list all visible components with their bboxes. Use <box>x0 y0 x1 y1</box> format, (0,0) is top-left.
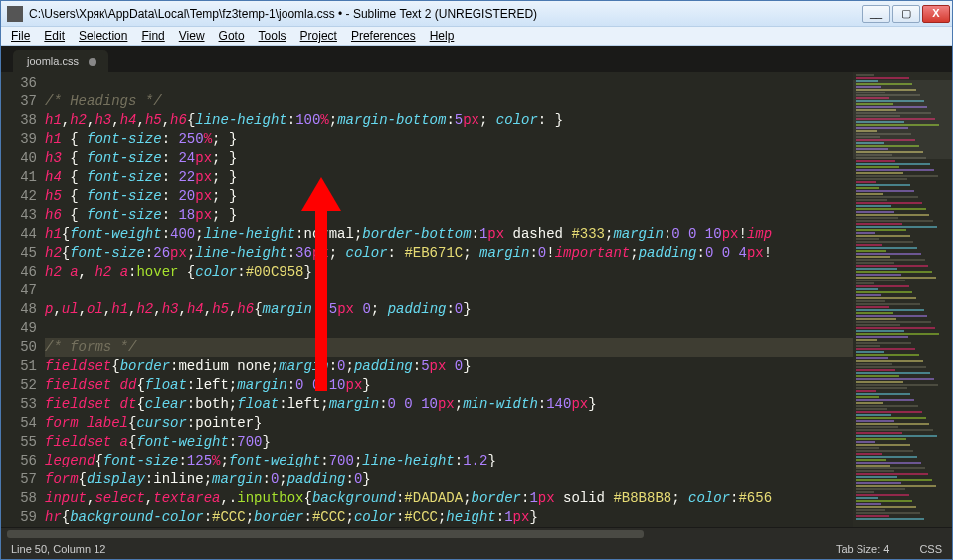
minimap[interactable] <box>853 72 952 527</box>
menu-goto[interactable]: Goto <box>213 27 251 45</box>
tab-dirty-icon <box>89 58 96 66</box>
menu-edit[interactable]: Edit <box>38 27 71 45</box>
close-button[interactable]: X <box>922 5 950 23</box>
maximize-button[interactable]: ▢ <box>892 5 920 23</box>
status-position[interactable]: Line 50, Column 12 <box>11 543 105 555</box>
menu-project[interactable]: Project <box>294 27 343 45</box>
menu-find[interactable]: Find <box>135 27 170 45</box>
menu-selection[interactable]: Selection <box>73 27 133 45</box>
editor-area: joomla.css 36373839404142434445464748495… <box>1 46 952 559</box>
tabstrip: joomla.css <box>1 46 952 72</box>
minimize-button[interactable]: __ <box>862 5 890 23</box>
menu-view[interactable]: View <box>173 27 211 45</box>
statusbar: Line 50, Column 12 Tab Size: 4 CSS <box>1 539 952 559</box>
app-icon <box>7 6 23 22</box>
menu-preferences[interactable]: Preferences <box>345 27 422 45</box>
window-title: C:\Users\Хряк\AppData\Local\Temp\fz3temp… <box>29 7 862 21</box>
titlebar[interactable]: C:\Users\Хряк\AppData\Local\Temp\fz3temp… <box>1 1 952 27</box>
gutter: 3637383940414243444546474849505152535455… <box>1 72 45 527</box>
code-content[interactable]: 3637383940414243444546474849505152535455… <box>1 72 952 527</box>
menu-tools[interactable]: Tools <box>253 27 292 45</box>
horizontal-scrollbar[interactable] <box>1 527 952 539</box>
menu-help[interactable]: Help <box>424 27 461 45</box>
minimap-viewport[interactable] <box>853 80 952 159</box>
code-lines[interactable]: /* Headings */h1,h2,h3,h4,h5,h6{line-hei… <box>45 72 853 527</box>
tab-label: joomla.css <box>27 55 79 67</box>
app-window: C:\Users\Хряк\AppData\Local\Temp\fz3temp… <box>0 0 953 560</box>
tab-joomla-css[interactable]: joomla.css <box>13 50 108 72</box>
status-tab-size[interactable]: Tab Size: 4 <box>836 543 889 555</box>
scrollbar-thumb[interactable] <box>7 530 644 538</box>
menubar: File Edit Selection Find View Goto Tools… <box>1 27 952 46</box>
menu-file[interactable]: File <box>5 27 36 45</box>
status-syntax[interactable]: CSS <box>919 543 942 555</box>
